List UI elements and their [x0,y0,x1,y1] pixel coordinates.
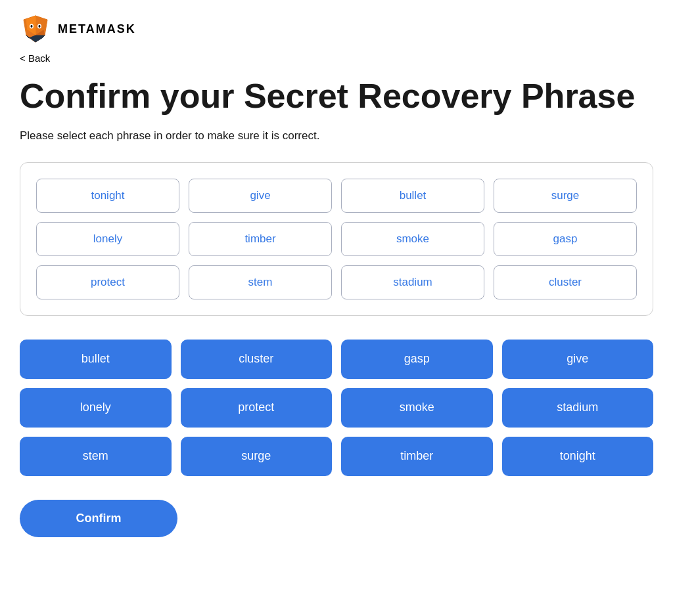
word-drop-area: tonightgivebulletsurgelonelytimbersmokeg… [20,162,653,316]
word-grid: tonightgivebulletsurgelonelytimbersmokeg… [36,179,637,299]
page-title: Confirm your Secret Recovery Phrase [20,77,653,116]
word-slot-1[interactable]: give [189,179,332,213]
word-button-lonely[interactable]: lonely [20,388,172,428]
word-button-protect[interactable]: protect [181,388,333,428]
word-slot-2[interactable]: bullet [341,179,484,213]
word-slot-4[interactable]: lonely [36,222,179,256]
word-slot-8[interactable]: protect [36,265,179,299]
word-button-tonight[interactable]: tonight [502,437,654,476]
header: METAMASK [0,0,673,50]
back-button[interactable]: < Back [0,50,70,64]
word-button-smoke[interactable]: smoke [341,388,493,428]
word-button-give[interactable]: give [502,340,654,379]
word-slot-0[interactable]: tonight [36,179,179,213]
svg-marker-5 [35,35,45,42]
word-slot-11[interactable]: cluster [494,265,637,299]
subtitle: Please select each phrase in order to ma… [20,129,653,143]
svg-point-9 [31,25,33,28]
word-slot-5[interactable]: timber [189,222,332,256]
logo-container: METAMASK [20,13,136,45]
main-content: Confirm your Secret Recovery Phrase Plea… [0,64,673,557]
word-button-gasp[interactable]: gasp [341,340,493,379]
word-button-bullet[interactable]: bullet [20,340,172,379]
word-slot-6[interactable]: smoke [341,222,484,256]
word-slot-3[interactable]: surge [494,179,637,213]
word-button-stem[interactable]: stem [20,437,172,476]
logo-text: METAMASK [58,22,136,36]
word-slot-7[interactable]: gasp [494,222,637,256]
word-buttons-grid: bulletclustergaspgivelonelyprotectsmokes… [20,340,653,476]
confirm-button[interactable]: Confirm [20,500,177,537]
svg-point-10 [39,25,41,28]
word-button-surge[interactable]: surge [181,437,333,476]
metamask-logo-icon [20,13,51,45]
word-slot-9[interactable]: stem [189,265,332,299]
word-button-cluster[interactable]: cluster [181,340,333,379]
word-button-stadium[interactable]: stadium [502,388,654,428]
word-button-timber[interactable]: timber [341,437,493,476]
word-slot-10[interactable]: stadium [341,265,484,299]
